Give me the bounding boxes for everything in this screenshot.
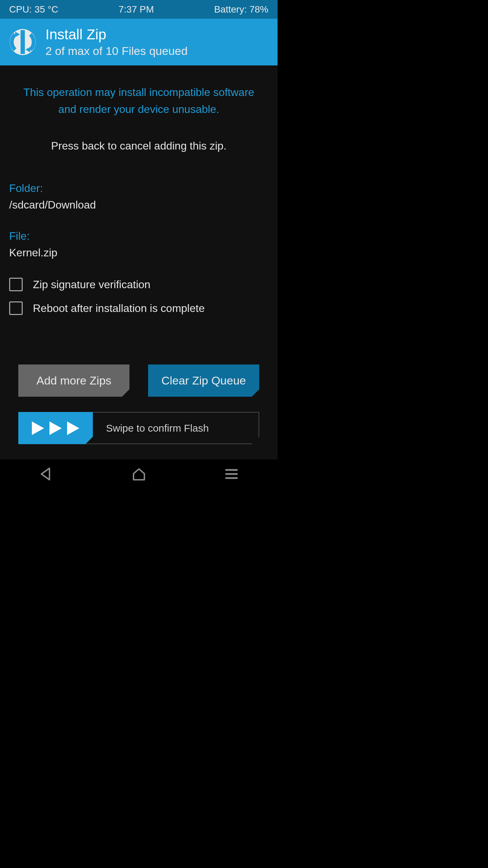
- svg-marker-4: [49, 421, 62, 435]
- file-value: Kernel.zip: [9, 246, 268, 259]
- page-subtitle: 2 of max of 10 Files queued: [45, 44, 188, 58]
- page-title: Install Zip: [45, 26, 188, 43]
- add-more-zips-label: Add more Zips: [36, 374, 111, 387]
- nav-back-button[interactable]: [13, 467, 80, 481]
- folder-value: /sdcard/Download: [9, 199, 268, 211]
- instruction-text: Press back to cancel adding this zip.: [9, 140, 268, 152]
- swipe-to-confirm[interactable]: Swipe to confirm Flash: [18, 412, 259, 444]
- play-icon: [66, 420, 81, 436]
- play-icon: [30, 420, 45, 436]
- svg-marker-6: [41, 468, 49, 480]
- cpu-temp: CPU: 35 °C: [9, 4, 58, 15]
- reboot-after-label: Reboot after installation is complete: [33, 302, 205, 315]
- svg-marker-3: [32, 421, 44, 435]
- system-nav-bar: [0, 459, 278, 488]
- clear-zip-queue-label: Clear Zip Queue: [161, 374, 246, 387]
- checkbox-icon: [9, 301, 23, 315]
- menu-icon: [225, 468, 238, 480]
- twrp-logo-icon: [9, 28, 36, 56]
- clock: 7:37 PM: [119, 4, 154, 15]
- reboot-after-checkbox-row[interactable]: Reboot after installation is complete: [9, 301, 268, 315]
- status-bar: CPU: 35 °C 7:37 PM Battery: 78%: [0, 0, 278, 19]
- nav-home-button[interactable]: [105, 467, 173, 481]
- play-icon: [48, 420, 63, 436]
- zip-signature-checkbox-row[interactable]: Zip signature verification: [9, 278, 268, 291]
- swipe-handle[interactable]: [18, 412, 93, 444]
- file-label: File:: [9, 230, 268, 242]
- battery-status: Battery: 78%: [214, 4, 268, 15]
- checkbox-icon: [9, 278, 23, 291]
- content-area: This operation may install incompatible …: [0, 65, 278, 444]
- back-icon: [39, 467, 54, 481]
- add-more-zips-button[interactable]: Add more Zips: [18, 364, 129, 397]
- clear-zip-queue-button[interactable]: Clear Zip Queue: [148, 364, 259, 397]
- home-icon: [131, 467, 146, 481]
- folder-label: Folder:: [9, 182, 268, 195]
- svg-marker-5: [67, 421, 79, 435]
- warning-text: This operation may install incompatible …: [9, 84, 268, 118]
- nav-menu-button[interactable]: [198, 468, 265, 480]
- zip-signature-label: Zip signature verification: [33, 278, 150, 291]
- app-header: Install Zip 2 of max of 10 Files queued: [0, 19, 278, 65]
